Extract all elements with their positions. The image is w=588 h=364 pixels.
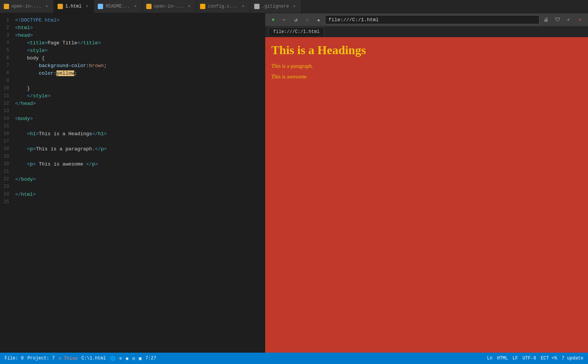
tab-close-open-in-1[interactable]: × xyxy=(44,3,50,9)
close-browser-button[interactable]: ✕ xyxy=(575,15,585,25)
bookmark-button[interactable]: ★ xyxy=(314,15,324,25)
line-num-4: 4 xyxy=(0,40,15,45)
tab-label-gitignore: .gitignore xyxy=(262,4,289,9)
status-browser-icon-3[interactable]: ◎ xyxy=(132,356,135,361)
code-line-25: 25 xyxy=(0,198,265,206)
browser-title-bar: file:///C:/1.html xyxy=(265,27,588,37)
code-line-8: 8 color:yellow; xyxy=(0,69,265,77)
code-line-19: 19 xyxy=(0,153,265,160)
status-encoding[interactable]: UTF-8 xyxy=(522,356,536,361)
print-button[interactable]: 🖨 xyxy=(541,15,551,25)
main-layout: 1 <!DOCTYPE html> 2 <html> 3 <head> 4 <t… xyxy=(0,13,588,353)
code-line-3: 3 <head> xyxy=(0,31,265,39)
line-num-13: 13 xyxy=(0,108,15,114)
tab-close-1html[interactable]: × xyxy=(84,3,90,9)
tab-label-open-in-1: open-in-... xyxy=(11,4,41,9)
tab-close-gitignore[interactable]: × xyxy=(291,3,297,9)
tab-close-open-in-2[interactable]: × xyxy=(186,3,192,9)
browser-tab-label: file:///C:/1.html xyxy=(273,29,319,34)
status-lf[interactable]: LF xyxy=(513,356,518,361)
line-num-8: 8 xyxy=(0,70,15,76)
line-num-5: 5 xyxy=(0,48,15,53)
tab-icon-open-in-2 xyxy=(146,4,152,9)
line-num-7: 7 xyxy=(0,63,15,68)
line-num-21: 21 xyxy=(0,169,15,174)
editor-panel[interactable]: 1 <!DOCTYPE html> 2 <html> 3 <head> 4 <t… xyxy=(0,13,265,353)
back-button[interactable]: ← xyxy=(280,15,289,25)
tab-bar: open-in-... × 1.html × README... × open-… xyxy=(0,0,588,13)
browser-panel: ● ← ↺ ⊞ ★ 🖨 🛡 ✓ ✕ file:///C:/1.html This… xyxy=(265,13,588,353)
status-right: Ln HTML LF UTF-8 ECT <% 7 update xyxy=(487,356,583,361)
tab-config[interactable]: config.c... × xyxy=(196,0,250,13)
line-num-19: 19 xyxy=(0,154,15,159)
code-line-14: 14 <body> xyxy=(0,115,265,122)
screenshot-button: ⊞ xyxy=(302,15,312,25)
status-ln[interactable]: Ln xyxy=(487,356,493,361)
preview-paragraph-1: This is a paragraph. xyxy=(271,63,582,69)
line-num-10: 10 xyxy=(0,86,15,91)
line-num-14: 14 xyxy=(0,116,15,121)
browser-tab[interactable]: file:///C:/1.html xyxy=(268,27,324,36)
line-num-6: 6 xyxy=(0,55,15,61)
line-content-10: } xyxy=(15,86,265,91)
line-num-20: 20 xyxy=(0,161,15,167)
tab-close-config[interactable]: × xyxy=(240,3,246,9)
tab-icon-open-in-1 xyxy=(4,4,9,9)
tab-icon-readme xyxy=(98,4,103,9)
check-icon: ✓ xyxy=(564,15,574,25)
line-content-16: <h1>This is a Headings</h1> xyxy=(15,131,265,137)
line-content-12: </head> xyxy=(15,101,265,106)
line-content-18: <p>This is a paragraph.</p> xyxy=(15,146,265,152)
status-file-info[interactable]: File: 0 xyxy=(5,356,23,361)
url-bar[interactable] xyxy=(325,15,540,24)
line-content-3: <head> xyxy=(15,33,265,38)
status-browser-icon-1[interactable]: ⊙ xyxy=(119,356,122,361)
line-content-6: body { xyxy=(15,55,265,61)
line-content-14: <body> xyxy=(15,116,265,122)
tab-label-config: config.c... xyxy=(208,4,238,9)
line-content-24: </html> xyxy=(15,192,265,197)
status-terminal-icon[interactable]: ▣ xyxy=(139,356,141,361)
status-globe-icon[interactable]: 🌐 xyxy=(110,356,116,361)
tab-readme[interactable]: README... × xyxy=(94,0,142,13)
status-errors[interactable]: ✗ Thive xyxy=(58,356,77,361)
line-num-12: 12 xyxy=(0,101,15,106)
code-line-11: 11 </style> xyxy=(0,92,265,100)
status-ect[interactable]: ECT <% xyxy=(541,356,557,361)
status-project[interactable]: Project: 7 xyxy=(27,356,55,361)
browser-toolbar: ● ← ↺ ⊞ ★ 🖨 🛡 ✓ ✕ xyxy=(265,13,588,27)
tab-close-readme[interactable]: × xyxy=(132,3,138,9)
status-browser-icon-2[interactable]: ◉ xyxy=(126,356,128,361)
code-line-17: 17 xyxy=(0,137,265,145)
line-content-4: <title>Page Title</title> xyxy=(15,40,265,46)
code-line-13: 13 xyxy=(0,107,265,115)
line-num-24: 24 xyxy=(0,192,15,197)
status-updates[interactable]: 7 update xyxy=(561,356,583,361)
line-num-15: 15 xyxy=(0,123,15,129)
status-lang[interactable]: HTML xyxy=(497,356,508,361)
status-file-path[interactable]: C:\1.html xyxy=(81,356,106,361)
code-line-18: 18 <p>This is a paragraph.</p> xyxy=(0,145,265,153)
line-content-11: </style> xyxy=(15,93,265,99)
code-line-6: 6 body { xyxy=(0,54,265,62)
live-indicator: ● xyxy=(268,15,278,25)
line-num-3: 3 xyxy=(0,33,15,38)
tab-icon-1html xyxy=(58,4,63,9)
line-num-2: 2 xyxy=(0,25,15,30)
tab-gitignore[interactable]: .gitignore × xyxy=(250,0,302,13)
code-line-15: 15 xyxy=(0,122,265,130)
code-line-10: 10 } xyxy=(0,84,265,92)
tab-open-in-2[interactable]: open-in-... × xyxy=(142,0,196,13)
preview-area: This is a Headings This is a paragraph. … xyxy=(265,37,588,353)
line-content-7: background-color:brown; xyxy=(15,63,265,69)
tab-open-in-1[interactable]: open-in-... × xyxy=(0,0,54,13)
reload-button[interactable]: ↺ xyxy=(291,15,301,25)
preview-heading: This is a Headings xyxy=(271,43,582,57)
code-line-2: 2 <html> xyxy=(0,24,265,31)
code-line-22: 22 </body> xyxy=(0,175,265,183)
tab-label-readme: README... xyxy=(105,4,130,9)
code-line-1: 1 <!DOCTYPE html> xyxy=(0,16,265,24)
tab-1html[interactable]: 1.html × xyxy=(54,0,94,13)
status-line-col[interactable]: 7:27 xyxy=(145,356,156,361)
tab-icon-gitignore xyxy=(254,4,260,9)
